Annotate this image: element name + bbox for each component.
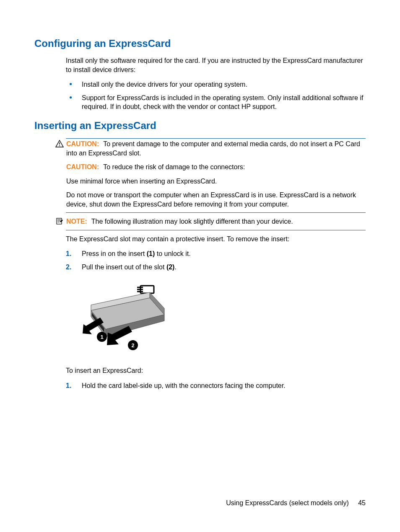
- heading-inserting: Inserting an ExpressCard: [34, 120, 366, 132]
- note-label: NOTE:: [66, 218, 87, 225]
- step-number: 2.: [66, 263, 71, 272]
- step-item: 2. Pull the insert out of the slot (2).: [66, 263, 366, 272]
- step-item: 1. Press in on the insert (1) to unlock …: [66, 249, 366, 258]
- heading-configuring: Configuring an ExpressCard: [34, 38, 366, 49]
- caution-icon: [55, 140, 64, 149]
- footer-text: Using ExpressCards (select models only): [226, 499, 349, 506]
- page-footer: Using ExpressCards (select models only) …: [226, 499, 366, 507]
- note-icon: [55, 217, 64, 227]
- after-note-para: The ExpressCard slot may contain a prote…: [66, 235, 366, 244]
- svg-text:2: 2: [131, 342, 134, 349]
- note-text: The following illustration may look slig…: [91, 218, 293, 225]
- warn-text: Use minimal force when inserting an Expr…: [66, 177, 366, 186]
- insert-intro: To insert an ExpressCard:: [34, 366, 366, 375]
- caution-text: To reduce the risk of damage to the conn…: [103, 163, 245, 170]
- bullet-item: Support for ExpressCards is included in …: [66, 93, 366, 111]
- expresscard-illustration: 1 2: [83, 279, 171, 359]
- warn-text: Do not move or transport the computer wh…: [66, 191, 366, 209]
- svg-point-1: [59, 145, 60, 146]
- bullet-item: Install only the device drivers for your…: [66, 80, 366, 89]
- caution-text: To prevent damage to the computer and ex…: [66, 140, 360, 157]
- step-number: 1.: [66, 249, 71, 258]
- page-number: 45: [358, 499, 366, 506]
- caution-label: CAUTION:: [66, 140, 99, 147]
- step-item: 1. Hold the card label-side up, with the…: [66, 381, 366, 390]
- step-number: 1.: [66, 381, 71, 390]
- svg-text:1: 1: [100, 334, 103, 340]
- intro-para: Install only the software required for t…: [66, 56, 366, 74]
- caution-label: CAUTION:: [66, 163, 99, 170]
